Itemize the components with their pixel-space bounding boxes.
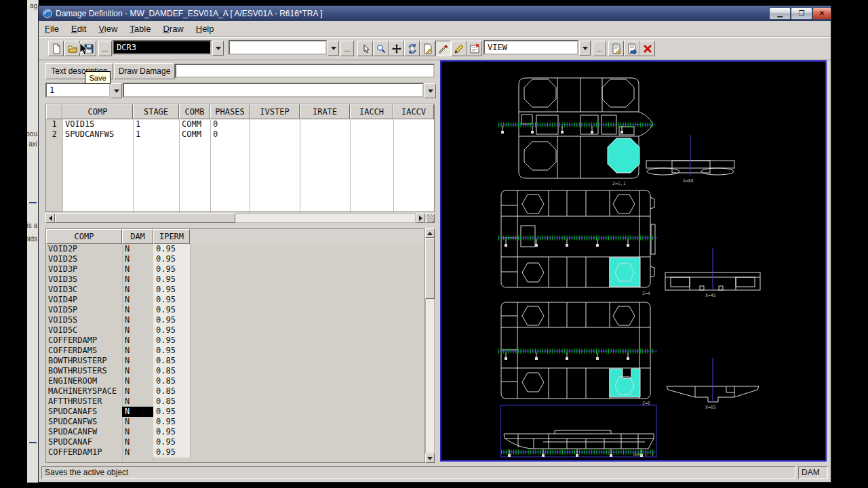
table-row[interactable]: VOID5SN0.95 [46, 315, 425, 325]
table-cell[interactable]: VOID2P [46, 244, 122, 254]
table-cell[interactable]: N [122, 264, 153, 274]
table-row[interactable]: BOWTHRUSTERSN0.85 [46, 366, 425, 376]
table-cell[interactable]: 0.95 [153, 285, 190, 295]
table-row[interactable]: 2SPUDCANFWS1COMM0 [46, 129, 434, 140]
column-header-irate[interactable]: IRATE [300, 104, 350, 119]
table-cell[interactable]: 0.95 [153, 305, 190, 315]
menu-edit[interactable]: Edit [65, 22, 92, 35]
table-row[interactable]: VOID5PN0.95 [46, 305, 425, 315]
table-cell[interactable]: COFFERDAMP [46, 336, 122, 346]
minimize-button[interactable]: ▁ [769, 7, 791, 20]
damage-stage-table[interactable]: COMP STAGE COMB PHASES IVSTEP IRATE IACC… [45, 104, 435, 212]
table-cell[interactable]: N [122, 407, 153, 417]
table-cell[interactable]: COFFERDAM1P [46, 447, 122, 458]
table-cell[interactable]: N [122, 427, 153, 437]
hscroll-right-button[interactable] [416, 214, 425, 223]
vscroll-up-button[interactable] [425, 228, 435, 238]
menu-file[interactable]: File [39, 22, 65, 35]
column-header-dam[interactable]: DAM [122, 229, 153, 244]
table-cell[interactable]: SPUDCANFWS [46, 417, 122, 427]
table-cell[interactable]: 0.95 [153, 264, 190, 274]
table-cell[interactable]: N [122, 386, 153, 396]
table-cell[interactable]: 0.85 [153, 396, 190, 407]
table-cell[interactable]: N [122, 417, 153, 427]
table-row[interactable]: VOID4PN0.95 [46, 295, 425, 305]
column-header-comp[interactable]: COMP [46, 229, 122, 244]
browse-view-button[interactable]: ... [593, 41, 606, 56]
table-row[interactable]: 1VOID1S1COMM0 [46, 119, 434, 129]
table-cell[interactable]: N [122, 447, 153, 458]
table-cell[interactable]: BOWTHRUSTERS [46, 366, 122, 376]
table-cell[interactable]: VOID5C [46, 325, 122, 336]
table-cell[interactable]: 0 [210, 129, 250, 140]
table-cell[interactable]: COFFERDAMS [46, 346, 122, 356]
vscroll-down-button[interactable] [425, 453, 435, 463]
table-cell[interactable]: 0.95 [153, 407, 190, 417]
damage-combo[interactable] [123, 83, 424, 98]
column-header-ivstep[interactable]: IVSTEP [250, 104, 300, 119]
table-cell[interactable]: BOWTHRUSTERP [46, 356, 122, 366]
table-cell[interactable]: 0 [210, 119, 250, 129]
pan-tool-button[interactable] [389, 41, 404, 56]
compartment-table[interactable]: COMP DAM IPERM VOID2PN0.95VOID2SN0.95VOI… [45, 228, 425, 463]
view-combo[interactable]: VIEW [484, 40, 578, 55]
table-cell[interactable]: 1 [133, 119, 179, 129]
table-cell[interactable]: 1 [46, 119, 62, 129]
table-cell[interactable]: N [122, 295, 153, 305]
hscroll-left-button[interactable] [45, 214, 55, 223]
table-cell[interactable]: VOID2S [46, 254, 122, 264]
table-cell[interactable]: MACHINERYSPACE [46, 386, 122, 396]
column-header-iaccv[interactable]: IACCV [393, 104, 434, 119]
table-cell[interactable]: 0.95 [153, 254, 190, 264]
table-cell[interactable]: N [122, 274, 153, 285]
new-button[interactable] [48, 41, 64, 56]
menu-help[interactable]: Help [190, 22, 220, 35]
table-cell[interactable]: VOID5S [46, 315, 122, 325]
table-cell[interactable]: VOID5P [46, 305, 122, 315]
edit-view-button[interactable] [608, 41, 624, 56]
column-header-iacch[interactable]: IACCH [350, 104, 393, 119]
export-view-button[interactable] [624, 41, 639, 56]
table-cell[interactable]: N [122, 305, 153, 315]
select-tool-button[interactable] [357, 41, 373, 56]
table-cell[interactable]: 0.95 [153, 274, 190, 285]
column-header-comb[interactable]: COMB [179, 104, 210, 119]
table-cell[interactable]: 0.95 [153, 447, 190, 458]
table-cell[interactable]: SPUDCANAFS [46, 407, 122, 417]
close-button[interactable]: ✕ [812, 7, 831, 20]
table-cell[interactable]: N [122, 254, 153, 264]
table-cell[interactable]: SPUDACANFW [46, 427, 122, 437]
table-cell[interactable]: 0.95 [153, 437, 190, 447]
table-row[interactable]: ENGINEROOMN0.85 [46, 376, 425, 386]
table-row[interactable]: VOID2PN0.95 [46, 244, 425, 254]
table-cell[interactable]: COMM [179, 129, 210, 140]
menu-table[interactable]: Table [123, 22, 157, 35]
table-cell[interactable]: N [122, 325, 153, 336]
table-cell[interactable]: N [122, 376, 153, 386]
secondary-combo[interactable] [229, 40, 327, 55]
tab-draw-damage[interactable]: Draw Damage [114, 63, 175, 79]
table-cell[interactable]: VOID1S [62, 119, 133, 129]
stage-combo-arrow[interactable] [111, 83, 122, 98]
table-row[interactable]: VOID2SN0.95 [46, 254, 425, 264]
table-cell[interactable]: 0.95 [153, 427, 190, 437]
damage-case-combo[interactable]: DCR3 [113, 40, 212, 55]
table-cell[interactable]: N [122, 356, 153, 366]
pane-splitter-grip[interactable] [426, 214, 435, 223]
hscrollbar-thumb[interactable] [55, 214, 235, 223]
table-cell[interactable]: N [122, 396, 153, 407]
table-cell[interactable]: 0.85 [153, 386, 190, 396]
table-cell[interactable]: SPUDCANFWS [62, 129, 133, 140]
draw-pencil-button[interactable] [451, 41, 467, 56]
table-row[interactable]: MACHINERYSPACEN0.85 [46, 386, 425, 396]
table-cell[interactable]: 0.85 [153, 376, 190, 386]
table-row[interactable]: VOID3CN0.95 [46, 285, 425, 295]
table-cell[interactable]: ENGINEROOM [46, 376, 122, 386]
table-row[interactable]: AFTTHRUSTERN0.85 [46, 396, 425, 407]
column-header-iperm[interactable]: IPERM [153, 229, 190, 244]
table-cell[interactable]: N [122, 285, 153, 295]
table-cell[interactable]: VOID3C [46, 285, 122, 295]
redraw-button[interactable] [404, 41, 420, 56]
zoom-tool-button[interactable] [373, 41, 389, 56]
table-cell[interactable]: N [122, 315, 153, 325]
